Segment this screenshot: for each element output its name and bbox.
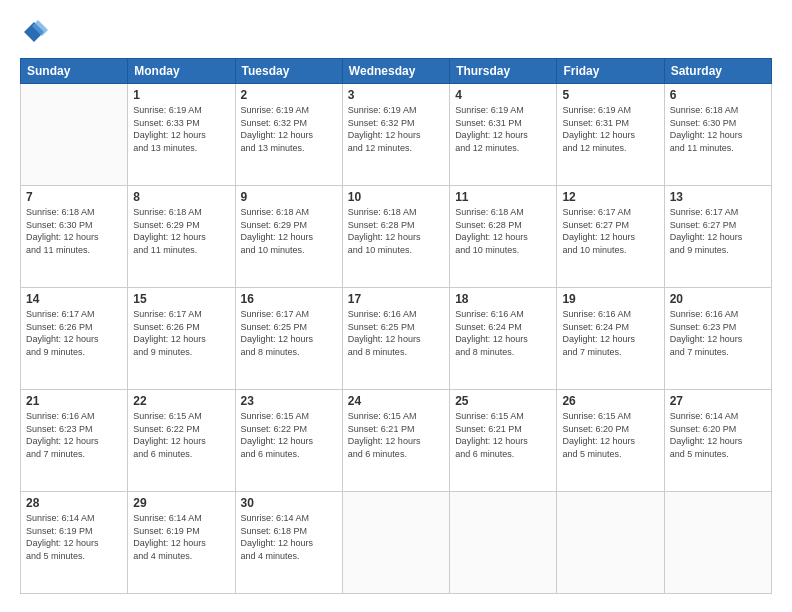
day-info: Sunrise: 6:17 AM Sunset: 6:26 PM Dayligh… [133, 308, 229, 358]
logo-icon [20, 18, 48, 46]
day-number: 3 [348, 88, 444, 102]
calendar-week-row: 21Sunrise: 6:16 AM Sunset: 6:23 PM Dayli… [21, 390, 772, 492]
day-info: Sunrise: 6:15 AM Sunset: 6:21 PM Dayligh… [455, 410, 551, 460]
calendar-cell: 15Sunrise: 6:17 AM Sunset: 6:26 PM Dayli… [128, 288, 235, 390]
day-info: Sunrise: 6:16 AM Sunset: 6:24 PM Dayligh… [562, 308, 658, 358]
day-number: 30 [241, 496, 337, 510]
weekday-header-sunday: Sunday [21, 59, 128, 84]
day-number: 18 [455, 292, 551, 306]
day-number: 21 [26, 394, 122, 408]
day-info: Sunrise: 6:16 AM Sunset: 6:23 PM Dayligh… [670, 308, 766, 358]
calendar-week-row: 28Sunrise: 6:14 AM Sunset: 6:19 PM Dayli… [21, 492, 772, 594]
day-info: Sunrise: 6:15 AM Sunset: 6:20 PM Dayligh… [562, 410, 658, 460]
calendar-cell: 13Sunrise: 6:17 AM Sunset: 6:27 PM Dayli… [664, 186, 771, 288]
day-number: 15 [133, 292, 229, 306]
day-info: Sunrise: 6:16 AM Sunset: 6:24 PM Dayligh… [455, 308, 551, 358]
calendar-cell: 24Sunrise: 6:15 AM Sunset: 6:21 PM Dayli… [342, 390, 449, 492]
calendar-cell: 3Sunrise: 6:19 AM Sunset: 6:32 PM Daylig… [342, 84, 449, 186]
calendar-cell: 20Sunrise: 6:16 AM Sunset: 6:23 PM Dayli… [664, 288, 771, 390]
day-number: 16 [241, 292, 337, 306]
day-info: Sunrise: 6:15 AM Sunset: 6:22 PM Dayligh… [241, 410, 337, 460]
calendar-cell: 27Sunrise: 6:14 AM Sunset: 6:20 PM Dayli… [664, 390, 771, 492]
day-number: 24 [348, 394, 444, 408]
calendar-week-row: 1Sunrise: 6:19 AM Sunset: 6:33 PM Daylig… [21, 84, 772, 186]
calendar-cell: 17Sunrise: 6:16 AM Sunset: 6:25 PM Dayli… [342, 288, 449, 390]
day-number: 13 [670, 190, 766, 204]
page: SundayMondayTuesdayWednesdayThursdayFrid… [0, 0, 792, 612]
day-number: 20 [670, 292, 766, 306]
day-number: 12 [562, 190, 658, 204]
calendar-cell: 25Sunrise: 6:15 AM Sunset: 6:21 PM Dayli… [450, 390, 557, 492]
weekday-header-monday: Monday [128, 59, 235, 84]
day-info: Sunrise: 6:19 AM Sunset: 6:32 PM Dayligh… [348, 104, 444, 154]
calendar-cell: 8Sunrise: 6:18 AM Sunset: 6:29 PM Daylig… [128, 186, 235, 288]
day-info: Sunrise: 6:18 AM Sunset: 6:28 PM Dayligh… [348, 206, 444, 256]
calendar-cell: 10Sunrise: 6:18 AM Sunset: 6:28 PM Dayli… [342, 186, 449, 288]
calendar-cell: 23Sunrise: 6:15 AM Sunset: 6:22 PM Dayli… [235, 390, 342, 492]
weekday-header-wednesday: Wednesday [342, 59, 449, 84]
weekday-header-friday: Friday [557, 59, 664, 84]
day-info: Sunrise: 6:18 AM Sunset: 6:28 PM Dayligh… [455, 206, 551, 256]
day-info: Sunrise: 6:14 AM Sunset: 6:20 PM Dayligh… [670, 410, 766, 460]
calendar-cell: 18Sunrise: 6:16 AM Sunset: 6:24 PM Dayli… [450, 288, 557, 390]
day-info: Sunrise: 6:18 AM Sunset: 6:30 PM Dayligh… [26, 206, 122, 256]
calendar-cell: 11Sunrise: 6:18 AM Sunset: 6:28 PM Dayli… [450, 186, 557, 288]
day-number: 29 [133, 496, 229, 510]
day-number: 26 [562, 394, 658, 408]
day-info: Sunrise: 6:15 AM Sunset: 6:22 PM Dayligh… [133, 410, 229, 460]
day-info: Sunrise: 6:14 AM Sunset: 6:19 PM Dayligh… [26, 512, 122, 562]
calendar-cell: 4Sunrise: 6:19 AM Sunset: 6:31 PM Daylig… [450, 84, 557, 186]
day-info: Sunrise: 6:19 AM Sunset: 6:33 PM Dayligh… [133, 104, 229, 154]
calendar-cell: 12Sunrise: 6:17 AM Sunset: 6:27 PM Dayli… [557, 186, 664, 288]
calendar: SundayMondayTuesdayWednesdayThursdayFrid… [20, 58, 772, 594]
day-number: 28 [26, 496, 122, 510]
calendar-cell [664, 492, 771, 594]
day-number: 25 [455, 394, 551, 408]
day-info: Sunrise: 6:17 AM Sunset: 6:25 PM Dayligh… [241, 308, 337, 358]
calendar-cell: 9Sunrise: 6:18 AM Sunset: 6:29 PM Daylig… [235, 186, 342, 288]
day-number: 2 [241, 88, 337, 102]
calendar-cell: 21Sunrise: 6:16 AM Sunset: 6:23 PM Dayli… [21, 390, 128, 492]
calendar-cell [557, 492, 664, 594]
day-info: Sunrise: 6:15 AM Sunset: 6:21 PM Dayligh… [348, 410, 444, 460]
weekday-header-row: SundayMondayTuesdayWednesdayThursdayFrid… [21, 59, 772, 84]
day-number: 10 [348, 190, 444, 204]
day-info: Sunrise: 6:19 AM Sunset: 6:31 PM Dayligh… [455, 104, 551, 154]
calendar-cell [342, 492, 449, 594]
day-info: Sunrise: 6:14 AM Sunset: 6:19 PM Dayligh… [133, 512, 229, 562]
calendar-cell: 22Sunrise: 6:15 AM Sunset: 6:22 PM Dayli… [128, 390, 235, 492]
day-info: Sunrise: 6:17 AM Sunset: 6:27 PM Dayligh… [562, 206, 658, 256]
calendar-cell: 16Sunrise: 6:17 AM Sunset: 6:25 PM Dayli… [235, 288, 342, 390]
day-info: Sunrise: 6:16 AM Sunset: 6:23 PM Dayligh… [26, 410, 122, 460]
calendar-cell: 19Sunrise: 6:16 AM Sunset: 6:24 PM Dayli… [557, 288, 664, 390]
day-number: 1 [133, 88, 229, 102]
day-number: 6 [670, 88, 766, 102]
day-number: 19 [562, 292, 658, 306]
day-number: 5 [562, 88, 658, 102]
day-number: 7 [26, 190, 122, 204]
day-info: Sunrise: 6:19 AM Sunset: 6:32 PM Dayligh… [241, 104, 337, 154]
calendar-week-row: 14Sunrise: 6:17 AM Sunset: 6:26 PM Dayli… [21, 288, 772, 390]
day-info: Sunrise: 6:18 AM Sunset: 6:30 PM Dayligh… [670, 104, 766, 154]
day-info: Sunrise: 6:17 AM Sunset: 6:26 PM Dayligh… [26, 308, 122, 358]
day-number: 17 [348, 292, 444, 306]
calendar-cell: 1Sunrise: 6:19 AM Sunset: 6:33 PM Daylig… [128, 84, 235, 186]
calendar-cell: 29Sunrise: 6:14 AM Sunset: 6:19 PM Dayli… [128, 492, 235, 594]
calendar-week-row: 7Sunrise: 6:18 AM Sunset: 6:30 PM Daylig… [21, 186, 772, 288]
day-number: 14 [26, 292, 122, 306]
weekday-header-thursday: Thursday [450, 59, 557, 84]
day-number: 9 [241, 190, 337, 204]
day-info: Sunrise: 6:18 AM Sunset: 6:29 PM Dayligh… [133, 206, 229, 256]
logo [20, 18, 50, 48]
day-info: Sunrise: 6:14 AM Sunset: 6:18 PM Dayligh… [241, 512, 337, 562]
header [20, 18, 772, 48]
day-number: 22 [133, 394, 229, 408]
day-number: 11 [455, 190, 551, 204]
calendar-cell: 5Sunrise: 6:19 AM Sunset: 6:31 PM Daylig… [557, 84, 664, 186]
calendar-cell: 30Sunrise: 6:14 AM Sunset: 6:18 PM Dayli… [235, 492, 342, 594]
day-number: 27 [670, 394, 766, 408]
day-number: 4 [455, 88, 551, 102]
calendar-cell: 2Sunrise: 6:19 AM Sunset: 6:32 PM Daylig… [235, 84, 342, 186]
day-number: 8 [133, 190, 229, 204]
weekday-header-tuesday: Tuesday [235, 59, 342, 84]
